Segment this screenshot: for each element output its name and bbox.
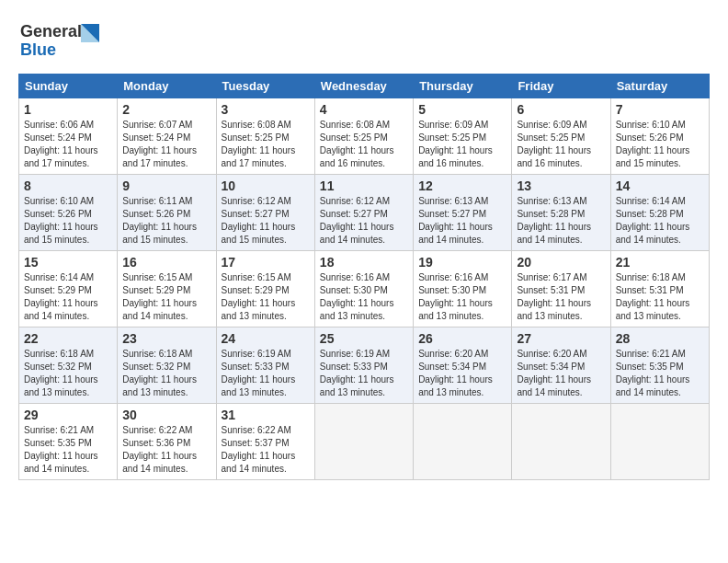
day-number: 24 (222, 331, 310, 346)
day-number: 18 (320, 255, 408, 270)
day-number: 9 (122, 178, 210, 193)
day-cell: 4Sunrise: 6:08 AMSunset: 5:25 PMDaylight… (314, 98, 413, 175)
day-info: Sunrise: 6:20 AMSunset: 5:34 PMDaylight:… (418, 348, 506, 399)
day-cell: 24Sunrise: 6:19 AMSunset: 5:33 PMDayligh… (216, 327, 314, 404)
logo-text: General Blue (18, 17, 101, 64)
day-info: Sunrise: 6:15 AMSunset: 5:29 PMDaylight:… (122, 271, 210, 323)
col-header-monday: Monday (118, 75, 216, 98)
day-number: 20 (517, 255, 605, 270)
day-cell: 14Sunrise: 6:14 AMSunset: 5:28 PMDayligh… (610, 175, 709, 251)
day-info: Sunrise: 6:22 AMSunset: 5:36 PMDaylight:… (122, 424, 210, 476)
col-header-thursday: Thursday (414, 75, 512, 98)
day-cell: 27Sunrise: 6:20 AMSunset: 5:34 PMDayligh… (512, 327, 610, 404)
day-info: Sunrise: 6:06 AMSunset: 5:24 PMDaylight:… (24, 119, 112, 170)
day-number: 2 (122, 102, 210, 117)
day-number: 21 (616, 255, 704, 270)
day-info: Sunrise: 6:16 AMSunset: 5:30 PMDaylight:… (320, 271, 408, 323)
day-info: Sunrise: 6:12 AMSunset: 5:27 PMDaylight:… (320, 195, 408, 247)
day-info: Sunrise: 6:21 AMSunset: 5:35 PMDaylight:… (616, 348, 704, 399)
day-cell: 5Sunrise: 6:09 AMSunset: 5:25 PMDaylight… (414, 98, 512, 175)
day-number: 31 (222, 408, 310, 422)
day-info: Sunrise: 6:11 AMSunset: 5:26 PMDaylight:… (122, 195, 210, 247)
day-number: 23 (122, 331, 210, 346)
day-cell: 25Sunrise: 6:19 AMSunset: 5:33 PMDayligh… (314, 327, 413, 404)
day-info: Sunrise: 6:08 AMSunset: 5:25 PMDaylight:… (320, 119, 408, 170)
day-number: 6 (517, 102, 605, 117)
day-info: Sunrise: 6:22 AMSunset: 5:37 PMDaylight:… (222, 424, 310, 476)
day-cell: 23Sunrise: 6:18 AMSunset: 5:32 PMDayligh… (118, 327, 216, 404)
day-number: 28 (616, 331, 704, 346)
col-header-tuesday: Tuesday (216, 75, 314, 98)
day-info: Sunrise: 6:07 AMSunset: 5:24 PMDaylight:… (122, 119, 210, 170)
day-cell: 13Sunrise: 6:13 AMSunset: 5:28 PMDayligh… (512, 175, 610, 251)
day-cell: 6Sunrise: 6:09 AMSunset: 5:25 PMDaylight… (512, 98, 610, 175)
day-cell: 21Sunrise: 6:18 AMSunset: 5:31 PMDayligh… (610, 251, 709, 327)
day-number: 16 (122, 255, 210, 270)
day-number: 17 (222, 255, 310, 270)
day-number: 26 (418, 331, 506, 346)
day-cell (512, 404, 610, 480)
day-number: 27 (517, 331, 605, 346)
col-header-friday: Friday (512, 75, 610, 98)
day-cell: 19Sunrise: 6:16 AMSunset: 5:30 PMDayligh… (414, 251, 512, 327)
day-number: 13 (517, 178, 605, 193)
day-cell: 31Sunrise: 6:22 AMSunset: 5:37 PMDayligh… (216, 404, 314, 480)
svg-text:Blue: Blue (20, 40, 56, 59)
col-header-saturday: Saturday (610, 75, 709, 98)
day-number: 12 (418, 178, 506, 193)
day-info: Sunrise: 6:14 AMSunset: 5:28 PMDaylight:… (616, 195, 704, 247)
calendar-table: SundayMondayTuesdayWednesdayThursdayFrid… (18, 74, 710, 480)
week-row-5: 29Sunrise: 6:21 AMSunset: 5:35 PMDayligh… (19, 404, 710, 480)
day-number: 8 (24, 178, 112, 193)
page-container: General Blue SundayMondayTuesdayWednesda… (0, 0, 728, 489)
header-row: SundayMondayTuesdayWednesdayThursdayFrid… (19, 75, 710, 98)
day-number: 19 (418, 255, 506, 270)
day-number: 1 (24, 102, 112, 117)
day-info: Sunrise: 6:10 AMSunset: 5:26 PMDaylight:… (24, 195, 112, 247)
col-header-wednesday: Wednesday (314, 75, 413, 98)
day-info: Sunrise: 6:15 AMSunset: 5:29 PMDaylight:… (222, 271, 310, 323)
day-number: 11 (320, 178, 408, 193)
day-info: Sunrise: 6:13 AMSunset: 5:27 PMDaylight:… (418, 195, 506, 247)
day-info: Sunrise: 6:21 AMSunset: 5:35 PMDaylight:… (24, 424, 112, 476)
day-cell (414, 404, 512, 480)
day-number: 15 (24, 255, 112, 270)
day-cell (314, 404, 413, 480)
week-row-3: 15Sunrise: 6:14 AMSunset: 5:29 PMDayligh… (19, 251, 710, 327)
day-info: Sunrise: 6:19 AMSunset: 5:33 PMDaylight:… (222, 348, 310, 399)
day-cell: 1Sunrise: 6:06 AMSunset: 5:24 PMDaylight… (19, 98, 118, 175)
col-header-sunday: Sunday (19, 75, 118, 98)
day-cell: 12Sunrise: 6:13 AMSunset: 5:27 PMDayligh… (414, 175, 512, 251)
week-row-1: 1Sunrise: 6:06 AMSunset: 5:24 PMDaylight… (19, 98, 710, 175)
day-number: 3 (222, 102, 310, 117)
day-cell: 29Sunrise: 6:21 AMSunset: 5:35 PMDayligh… (19, 404, 118, 480)
day-info: Sunrise: 6:18 AMSunset: 5:32 PMDaylight:… (24, 348, 112, 399)
day-number: 5 (418, 102, 506, 117)
day-info: Sunrise: 6:09 AMSunset: 5:25 PMDaylight:… (418, 119, 506, 170)
day-cell: 15Sunrise: 6:14 AMSunset: 5:29 PMDayligh… (19, 251, 118, 327)
day-cell: 20Sunrise: 6:17 AMSunset: 5:31 PMDayligh… (512, 251, 610, 327)
day-number: 30 (122, 408, 210, 422)
day-cell: 8Sunrise: 6:10 AMSunset: 5:26 PMDaylight… (19, 175, 118, 251)
day-cell: 11Sunrise: 6:12 AMSunset: 5:27 PMDayligh… (314, 175, 413, 251)
day-cell: 18Sunrise: 6:16 AMSunset: 5:30 PMDayligh… (314, 251, 413, 327)
header: General Blue (18, 17, 710, 64)
day-number: 22 (24, 331, 112, 346)
day-info: Sunrise: 6:09 AMSunset: 5:25 PMDaylight:… (517, 119, 605, 170)
day-cell: 3Sunrise: 6:08 AMSunset: 5:25 PMDaylight… (216, 98, 314, 175)
day-cell: 2Sunrise: 6:07 AMSunset: 5:24 PMDaylight… (118, 98, 216, 175)
day-cell: 26Sunrise: 6:20 AMSunset: 5:34 PMDayligh… (414, 327, 512, 404)
day-number: 14 (616, 178, 704, 193)
day-cell: 22Sunrise: 6:18 AMSunset: 5:32 PMDayligh… (19, 327, 118, 404)
svg-text:General: General (20, 22, 82, 40)
day-info: Sunrise: 6:10 AMSunset: 5:26 PMDaylight:… (616, 119, 704, 170)
day-info: Sunrise: 6:12 AMSunset: 5:27 PMDaylight:… (222, 195, 310, 247)
day-info: Sunrise: 6:16 AMSunset: 5:30 PMDaylight:… (418, 271, 506, 323)
day-number: 10 (222, 178, 310, 193)
day-info: Sunrise: 6:08 AMSunset: 5:25 PMDaylight:… (222, 119, 310, 170)
day-info: Sunrise: 6:13 AMSunset: 5:28 PMDaylight:… (517, 195, 605, 247)
week-row-4: 22Sunrise: 6:18 AMSunset: 5:32 PMDayligh… (19, 327, 710, 404)
day-cell: 16Sunrise: 6:15 AMSunset: 5:29 PMDayligh… (118, 251, 216, 327)
day-info: Sunrise: 6:19 AMSunset: 5:33 PMDaylight:… (320, 348, 408, 399)
day-cell: 30Sunrise: 6:22 AMSunset: 5:36 PMDayligh… (118, 404, 216, 480)
